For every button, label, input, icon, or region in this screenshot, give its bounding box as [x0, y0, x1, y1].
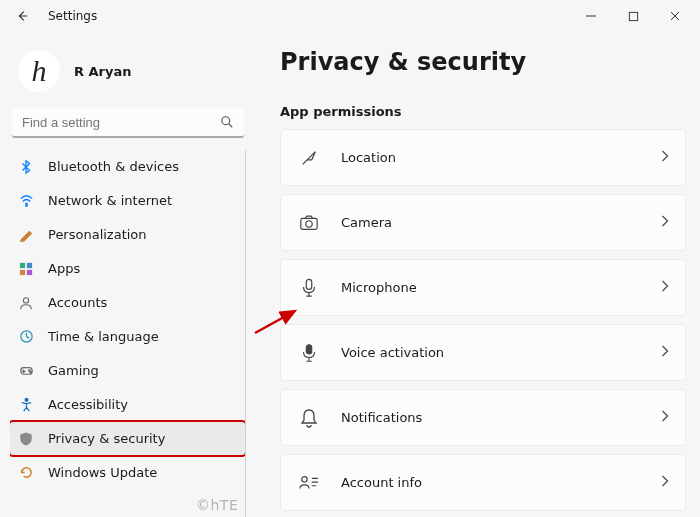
svg-rect-13: [301, 218, 317, 229]
perm-item-notifications[interactable]: Notifications: [280, 389, 686, 446]
main-content: Privacy & security App permissions Locat…: [252, 32, 700, 517]
accessibility-icon: [18, 397, 34, 413]
close-button[interactable]: [668, 9, 682, 23]
back-arrow-icon: [15, 9, 29, 23]
apps-icon: [18, 261, 34, 277]
sidebar-item-label: Accessibility: [48, 397, 128, 412]
maximize-button[interactable]: [626, 9, 640, 23]
perm-label: Camera: [341, 215, 638, 230]
sidebar-item-apps[interactable]: Apps: [10, 252, 245, 285]
maximize-icon: [628, 11, 639, 22]
perm-item-location[interactable]: Location: [280, 129, 686, 186]
svg-point-12: [25, 398, 28, 401]
perm-label: Account info: [341, 475, 638, 490]
close-icon: [669, 10, 681, 22]
svg-point-11: [29, 372, 31, 374]
sidebar-item-update[interactable]: Windows Update: [10, 456, 245, 489]
camera-icon: [299, 213, 319, 233]
chevron-right-icon: [660, 215, 669, 230]
sidebar-item-label: Accounts: [48, 295, 107, 310]
window-title: Settings: [48, 9, 97, 23]
chevron-right-icon: [660, 345, 669, 360]
paint-icon: [18, 227, 34, 243]
bell-icon: [299, 408, 319, 428]
sidebar-item-label: Gaming: [48, 363, 99, 378]
minimize-icon: [585, 10, 597, 22]
gaming-icon: [18, 363, 34, 379]
location-icon: [299, 148, 319, 168]
sidebar-item-gaming[interactable]: Gaming: [10, 354, 245, 387]
svg-rect-16: [306, 344, 311, 353]
update-icon: [18, 465, 34, 481]
back-button[interactable]: [8, 2, 36, 30]
perm-label: Notifications: [341, 410, 638, 425]
sidebar-item-label: Bluetooth & devices: [48, 159, 179, 174]
watermark: ©hTE: [196, 497, 238, 513]
account-info-icon: [299, 473, 319, 493]
sidebar: h R Aryan Bluetooth & devices Network & …: [0, 32, 252, 517]
chevron-right-icon: [660, 475, 669, 490]
perm-label: Voice activation: [341, 345, 638, 360]
svg-point-1: [222, 117, 230, 125]
avatar: h: [18, 50, 60, 92]
svg-rect-3: [20, 262, 25, 267]
svg-point-7: [23, 297, 28, 302]
nav-list: Bluetooth & devices Network & internet P…: [10, 150, 246, 517]
svg-rect-15: [306, 279, 311, 289]
sidebar-item-privacy[interactable]: Privacy & security: [10, 422, 245, 455]
chevron-right-icon: [660, 150, 669, 165]
profile-name: R Aryan: [74, 64, 132, 79]
svg-point-14: [306, 220, 312, 226]
svg-rect-0: [629, 12, 637, 20]
microphone-icon: [299, 278, 319, 298]
voice-activation-icon: [299, 343, 319, 363]
wifi-icon: [18, 193, 34, 209]
section-label: App permissions: [280, 104, 686, 119]
sidebar-item-label: Personalization: [48, 227, 147, 242]
profile-block[interactable]: h R Aryan: [10, 40, 246, 108]
permissions-list: Location Camera Microphone Voice activat…: [280, 129, 686, 511]
sidebar-item-time[interactable]: Time & language: [10, 320, 245, 353]
perm-item-camera[interactable]: Camera: [280, 194, 686, 251]
sidebar-item-accounts[interactable]: Accounts: [10, 286, 245, 319]
sidebar-item-bluetooth[interactable]: Bluetooth & devices: [10, 150, 245, 183]
perm-label: Location: [341, 150, 638, 165]
shield-icon: [18, 431, 34, 447]
person-icon: [18, 295, 34, 311]
sidebar-item-label: Windows Update: [48, 465, 157, 480]
perm-item-microphone[interactable]: Microphone: [280, 259, 686, 316]
search-input[interactable]: [12, 108, 244, 138]
svg-rect-4: [27, 262, 32, 267]
svg-point-10: [28, 370, 30, 372]
sidebar-item-label: Apps: [48, 261, 80, 276]
bluetooth-icon: [18, 159, 34, 175]
chevron-right-icon: [660, 280, 669, 295]
svg-point-17: [302, 476, 307, 481]
svg-point-2: [25, 205, 26, 206]
sidebar-item-label: Time & language: [48, 329, 159, 344]
sidebar-item-accessibility[interactable]: Accessibility: [10, 388, 245, 421]
minimize-button[interactable]: [584, 9, 598, 23]
page-title: Privacy & security: [280, 48, 686, 76]
sidebar-item-personalization[interactable]: Personalization: [10, 218, 245, 251]
svg-rect-5: [20, 269, 25, 274]
sidebar-item-label: Network & internet: [48, 193, 172, 208]
perm-item-voice[interactable]: Voice activation: [280, 324, 686, 381]
search-box[interactable]: [12, 108, 244, 138]
sidebar-item-network[interactable]: Network & internet: [10, 184, 245, 217]
search-icon: [220, 115, 234, 129]
sidebar-item-label: Privacy & security: [48, 431, 165, 446]
svg-rect-6: [27, 269, 32, 274]
perm-label: Microphone: [341, 280, 638, 295]
clock-globe-icon: [18, 329, 34, 345]
chevron-right-icon: [660, 410, 669, 425]
perm-item-account[interactable]: Account info: [280, 454, 686, 511]
